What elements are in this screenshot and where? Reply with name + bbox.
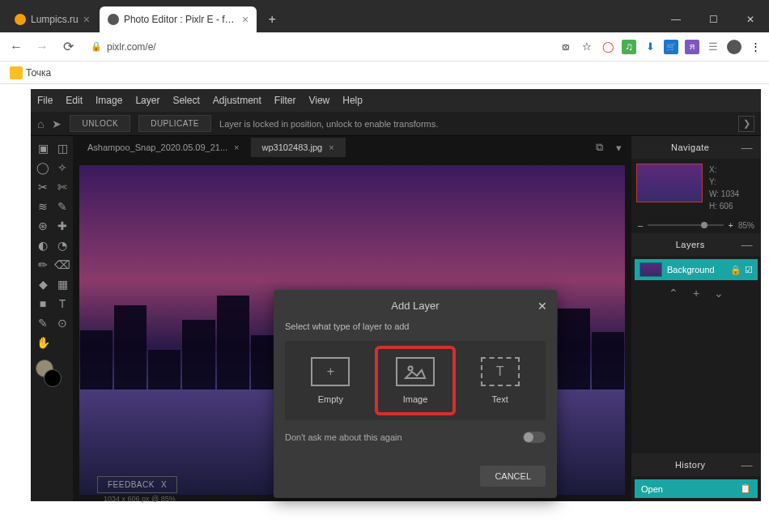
feedback-button[interactable]: FEEDBACK X (97, 476, 177, 493)
menu-icon[interactable]: ⋮ (748, 40, 763, 54)
file-tab[interactable]: Ashampoo_Snap_2020.05.09_21... × (76, 138, 251, 157)
layer-down-icon[interactable]: ⌄ (714, 287, 724, 300)
cancel-button[interactable]: CANCEL (480, 466, 546, 487)
zoom-tool-icon[interactable]: ⊙ (53, 314, 71, 332)
menu-layer[interactable]: Layer (135, 95, 159, 106)
navigate-thumbnail[interactable] (636, 164, 703, 202)
reload-button[interactable]: ⟳ (58, 37, 78, 57)
translate-icon[interactable]: ⦻ (559, 40, 573, 54)
zoom-value: 85% (738, 221, 754, 230)
ext-music-icon[interactable]: ♫ (622, 40, 636, 54)
text-tool-icon[interactable]: T (53, 295, 71, 313)
cut-tool-icon[interactable]: ✄ (53, 178, 71, 196)
add-layer-icon[interactable]: + (693, 287, 699, 300)
file-tabs-menu-icon[interactable]: ⧉ (589, 141, 610, 154)
ext-wym-icon[interactable]: Я (685, 40, 699, 54)
color-swatches[interactable] (34, 360, 71, 392)
zoom-out-icon[interactable]: – (638, 220, 643, 230)
zoom-slider[interactable]: – + 85% (631, 217, 761, 233)
fill-tool-icon[interactable]: ◆ (34, 275, 52, 293)
new-tab-button[interactable]: + (261, 9, 283, 30)
file-tabs-dropdown-icon[interactable]: ▾ (610, 142, 628, 154)
browser-tab[interactable]: Lumpics.ru × (6, 6, 98, 32)
history-row[interactable]: Open 📋 (635, 479, 758, 498)
minimize-button[interactable]: — (657, 6, 695, 32)
option-label: Text (492, 394, 508, 404)
layer-option-text[interactable]: T Text (462, 349, 537, 412)
marquee-tool-icon[interactable]: ◫ (53, 139, 71, 157)
tab-close-icon[interactable]: × (83, 13, 90, 26)
clone-tool-icon[interactable]: ⊛ (34, 217, 52, 235)
bookmark-item[interactable]: Точка (26, 67, 51, 79)
layer-option-empty[interactable]: + Empty (293, 349, 368, 412)
browser-tab-active[interactable]: Photo Editor : Pixlr E - free imag... × (100, 6, 257, 32)
ext-cart-icon[interactable]: 🛒 (664, 40, 678, 54)
ext-opera-icon[interactable]: ◯ (601, 40, 615, 54)
menu-file[interactable]: File (37, 95, 53, 106)
navigate-panel-header[interactable]: Navigate — (631, 136, 761, 159)
tab-close-icon[interactable]: × (242, 13, 249, 26)
file-tab-active[interactable]: wp3102483.jpg × (251, 138, 346, 157)
liquify-tool-icon[interactable]: ≋ (34, 198, 52, 215)
shape-tool-icon[interactable]: ■ (34, 295, 52, 313)
eyedropper-tool-icon[interactable]: ✎ (34, 314, 52, 332)
menu-edit[interactable]: Edit (66, 95, 83, 106)
blur-tool-icon[interactable]: ◔ (53, 236, 71, 254)
heal-tool-icon[interactable]: ✚ (53, 217, 71, 235)
visibility-icon[interactable]: ☑ (745, 265, 753, 275)
history-panel-header[interactable]: History — (631, 453, 761, 476)
eraser-tool-icon[interactable]: ⌫ (53, 256, 71, 274)
dont-ask-label: Don't ask me about this again (285, 432, 402, 442)
avatar-icon[interactable] (727, 40, 741, 54)
menu-adjustment[interactable]: Adjustment (213, 95, 261, 106)
file-tab-close-icon[interactable]: × (234, 143, 239, 152)
text-layer-icon: T (481, 357, 520, 386)
menu-view[interactable]: View (308, 95, 329, 106)
lasso-tool-icon[interactable]: ◯ (34, 159, 52, 177)
crop-tool-icon[interactable]: ✂ (34, 178, 52, 196)
url-bar[interactable]: 🔒 pixlr.com/e/ (84, 41, 552, 53)
menu-image[interactable]: Image (96, 95, 122, 106)
tab-favicon-icon (15, 14, 26, 25)
pen-tool-icon[interactable]: ✏ (34, 256, 52, 274)
dont-ask-toggle[interactable] (523, 432, 546, 443)
menu-select[interactable]: Select (172, 95, 199, 106)
layer-option-image[interactable]: Image (375, 346, 457, 415)
image-layer-icon (396, 357, 435, 386)
lock-icon[interactable]: 🔒 (730, 265, 741, 275)
layers-panel-header[interactable]: Layers — (631, 233, 761, 256)
layer-up-icon[interactable]: ⌃ (669, 287, 678, 300)
ext-download-icon[interactable]: ⬇ (643, 40, 657, 54)
file-tab-close-icon[interactable]: × (329, 143, 334, 152)
forward-button[interactable]: → (32, 37, 52, 57)
file-tab-name: Ashampoo_Snap_2020.05.09_21... (87, 143, 227, 152)
pointer-icon[interactable]: ➤ (52, 117, 62, 130)
zoom-in-icon[interactable]: + (729, 220, 733, 230)
wand-tool-icon[interactable]: ✧ (53, 159, 71, 177)
brush-tool-icon[interactable]: ✎ (53, 198, 71, 215)
layer-row[interactable]: Background 🔒 ☑ (635, 259, 758, 280)
hand-tool-icon[interactable]: ✋ (34, 334, 52, 351)
expand-right-icon[interactable]: ❯ (738, 116, 754, 132)
unlock-button[interactable]: UNLOCK (70, 115, 130, 132)
background-color-icon[interactable] (44, 369, 62, 387)
close-window-button[interactable]: ✕ (732, 6, 769, 32)
collapse-icon[interactable]: — (741, 238, 754, 251)
star-icon[interactable]: ☆ (580, 40, 594, 54)
dodge-tool-icon[interactable]: ◐ (34, 236, 52, 254)
move-tool-icon[interactable]: ▣ (34, 139, 52, 157)
home-icon[interactable]: ⌂ (37, 117, 44, 130)
menu-help[interactable]: Help (342, 95, 363, 106)
back-button[interactable]: ← (6, 37, 26, 57)
gradient-tool-icon[interactable]: ▦ (53, 275, 71, 293)
slider-track[interactable] (648, 224, 723, 226)
maximize-button[interactable]: ☐ (695, 6, 732, 32)
feedback-close-icon[interactable]: X (161, 480, 167, 489)
collapse-icon[interactable]: — (741, 141, 754, 154)
slider-thumb-icon[interactable] (701, 222, 707, 228)
duplicate-button[interactable]: DUPLICATE (138, 115, 211, 132)
menu-filter[interactable]: Filter (274, 95, 296, 106)
collapse-icon[interactable]: — (741, 458, 754, 471)
modal-close-icon[interactable]: ✕ (537, 300, 547, 313)
reading-list-icon[interactable]: ☰ (706, 40, 720, 54)
